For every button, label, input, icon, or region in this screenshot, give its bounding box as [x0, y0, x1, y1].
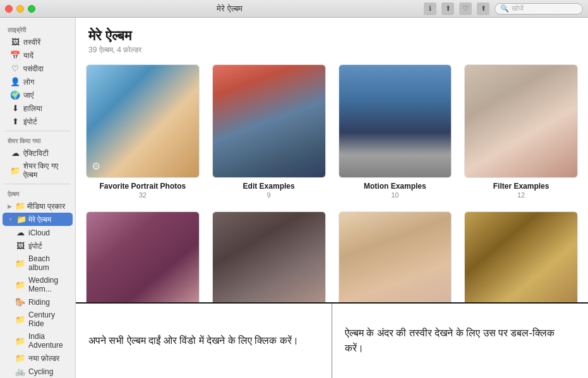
- cloud-upload-icon[interactable]: ⬆: [477, 3, 489, 15]
- app-body: लाइब्रेरी 🖼 तस्वीरें 📅 यादें ♡ पसंदीदा 👤…: [0, 18, 588, 378]
- sidebar-item-recent[interactable]: ⬇ हालिया: [3, 102, 73, 115]
- activity-icon: ☁: [10, 148, 20, 158]
- album-card-raven-hoa[interactable]: Raven HOA 4: [339, 211, 452, 302]
- sidebar-item-activity[interactable]: ☁ ऐक्टिविटी: [3, 146, 73, 160]
- sidebar-media-type-label: मीडिया प्रकार: [27, 202, 65, 211]
- album-card-edit-examples[interactable]: Edit Examples 9: [212, 64, 326, 199]
- sidebar-item-riding[interactable]: 🐎 Riding: [3, 295, 73, 309]
- shared-folder-icon: 📁: [10, 166, 20, 175]
- close-button[interactable]: [5, 5, 13, 13]
- sidebar-item-india-adventure[interactable]: 📁 India Adventure: [3, 330, 73, 351]
- maximize-button[interactable]: [28, 5, 35, 13]
- sidebar-item-photos[interactable]: 🖼 तस्वीरें: [3, 35, 73, 49]
- sidebar-india-adventure-label: India Adventure: [28, 332, 68, 350]
- import-album-icon: 🖼: [15, 241, 25, 251]
- sidebar-beach-album-label: Beach album: [28, 254, 68, 272]
- sidebar-riding-label: Riding: [28, 298, 50, 307]
- album-name-edit-examples: Edit Examples: [243, 182, 295, 191]
- century-ride-icon: 📁: [15, 315, 25, 324]
- main-content: मेरे ऐल्बम 39 ऐल्बम, 4 फ़ोल्डर ⚙ Favorit…: [76, 18, 588, 378]
- my-albums-icon: 📁: [16, 215, 27, 224]
- shared-section-title: शेयर किया गया: [0, 134, 75, 146]
- album-section-title: ऐल्बम: [0, 187, 75, 199]
- sidebar-import-album-label: इंपोर्ट: [28, 242, 42, 251]
- page-title: मेरे ऐल्बम: [88, 28, 575, 44]
- memories-icon: 📅: [10, 50, 20, 60]
- album-card-filter-examples[interactable]: Filter Examples 12: [464, 64, 578, 199]
- album-thumb-raven-hoa: [339, 211, 452, 302]
- search-icon: 🔍: [500, 4, 509, 13]
- annotation-right: ऐल्बम के अंदर की तस्वीर देखने के लिए उस …: [332, 304, 588, 378]
- sidebar-item-cycling[interactable]: 🚲 Cycling: [3, 365, 73, 378]
- album-thumb-filter-examples: [464, 64, 578, 178]
- minimize-button[interactable]: [16, 5, 24, 13]
- sidebar-item-import[interactable]: ⬆ इंपोर्ट: [3, 115, 73, 128]
- album-count-fav-portrait: 32: [139, 191, 147, 199]
- wedding-icon: 📁: [15, 280, 25, 290]
- album-grid: ⚙ Favorite Portrait Photos 32 Edit Examp…: [76, 58, 588, 302]
- album-name-fav-portrait: Favorite Portrait Photos: [100, 182, 186, 191]
- album-count-filter-examples: 12: [517, 191, 525, 199]
- sidebar-shared-label: शेयर किए गए ऐल्बम: [23, 162, 68, 179]
- sidebar-item-shared-albums[interactable]: 📁 शेयर किए गए ऐल्बम: [3, 160, 73, 181]
- sidebar-item-places[interactable]: 🌍 जाएंं: [3, 88, 73, 102]
- sidebar-group-media-type[interactable]: ▶ 📁 मीडिया प्रकार: [3, 199, 73, 213]
- album-thumb-morocco: [212, 211, 326, 302]
- info-icon[interactable]: ℹ: [424, 3, 436, 15]
- album-card-fav-portrait[interactable]: ⚙ Favorite Portrait Photos 32: [86, 64, 200, 199]
- riding-icon: 🐎: [15, 297, 25, 307]
- sidebar-item-wedding[interactable]: 📁 Wedding Mem...: [3, 274, 73, 295]
- album-card-morocco[interactable]: Morocco 32: [212, 211, 326, 302]
- toolbar-right: ℹ ⬆ ♡ ⬆ 🔍 खोजें: [424, 3, 583, 15]
- sidebar-item-beach-album[interactable]: 📁 Beach album: [3, 252, 73, 274]
- album-card-motion-examples[interactable]: Motion Examples 10: [339, 64, 452, 199]
- favorites-icon: ♡: [10, 64, 20, 73]
- sidebar-favorites-label: पसंदीदा: [23, 64, 44, 73]
- album-card-portugal[interactable]: Portugal 71: [86, 211, 200, 302]
- traffic-lights: [5, 5, 35, 13]
- sidebar-item-memories[interactable]: 📅 यादें: [3, 49, 73, 62]
- sidebar-icloud-label: iCloud: [28, 228, 50, 237]
- sidebar-item-favorites[interactable]: ♡ पसंदीदा: [3, 62, 73, 75]
- chevron-down-icon: ▼: [8, 216, 13, 223]
- sidebar-item-import-album[interactable]: 🖼 इंपोर्ट: [3, 239, 73, 252]
- sidebar-my-albums-label: मेरे ऐल्बम: [28, 215, 51, 224]
- icloud-icon: ☁: [15, 228, 25, 237]
- sidebar-recent-label: हालिया: [23, 104, 42, 113]
- window-title: मेरे ऐल्बम: [35, 4, 424, 14]
- annotation-left: अपने सभी ऐल्बम दाईं ओर विंडो में देखने क…: [76, 304, 332, 378]
- sidebar-item-new-folder[interactable]: 📁 नया फ़ोल्डर: [3, 351, 73, 365]
- heart-icon[interactable]: ♡: [459, 3, 472, 15]
- people-icon: 👤: [10, 77, 20, 86]
- import-icon: ⬆: [10, 117, 20, 126]
- album-thumb-edit-examples: [212, 64, 326, 178]
- gear-icon: ⚙: [92, 160, 100, 172]
- search-bar[interactable]: 🔍 खोजें: [495, 3, 583, 15]
- share-icon[interactable]: ⬆: [441, 3, 454, 15]
- sidebar-group-my-albums[interactable]: ▼ 📁 मेरे ऐल्बम: [3, 213, 73, 226]
- album-name-filter-examples: Filter Examples: [493, 182, 549, 191]
- sidebar-activity-label: ऐक्टिविटी: [23, 149, 49, 158]
- sidebar-item-people[interactable]: 👤 लोग: [3, 75, 73, 88]
- search-placeholder: खोजें: [512, 4, 524, 13]
- chevron-right-icon: ▶: [8, 203, 12, 210]
- annotation-bar: अपने सभी ऐल्बम दाईं ओर विंडो में देखने क…: [76, 302, 588, 378]
- india-adventure-icon: 📁: [15, 336, 25, 346]
- album-thumb-fav-portrait: ⚙: [86, 64, 200, 178]
- sidebar: लाइब्रेरी 🖼 तस्वीरें 📅 यादें ♡ पसंदीदा 👤…: [0, 18, 76, 378]
- sidebar-wedding-label: Wedding Mem...: [28, 276, 68, 293]
- sidebar-places-label: जाएंं: [23, 91, 33, 100]
- album-count-motion-examples: 10: [391, 191, 399, 199]
- sidebar-memories-label: यादें: [23, 51, 33, 60]
- album-count-edit-examples: 9: [267, 191, 271, 199]
- sidebar-item-icloud[interactable]: ☁ iCloud: [3, 226, 73, 239]
- library-section-title: लाइब्रेरी: [0, 23, 75, 35]
- sidebar-photos-label: तस्वीरें: [23, 38, 40, 47]
- album-thumb-portugal: [86, 211, 200, 302]
- title-bar: मेरे ऐल्बम ℹ ⬆ ♡ ⬆ 🔍 खोजें: [0, 0, 588, 18]
- page-subtitle: 39 ऐल्बम, 4 फ़ोल्डर: [88, 45, 575, 54]
- album-card-four-legged[interactable]: Four-legged Friends 38: [464, 211, 578, 302]
- sidebar-item-century-ride[interactable]: 📁 Century Ride: [3, 309, 73, 330]
- album-name-motion-examples: Motion Examples: [364, 182, 426, 191]
- sidebar-new-folder-label: नया फ़ोल्डर: [28, 354, 59, 363]
